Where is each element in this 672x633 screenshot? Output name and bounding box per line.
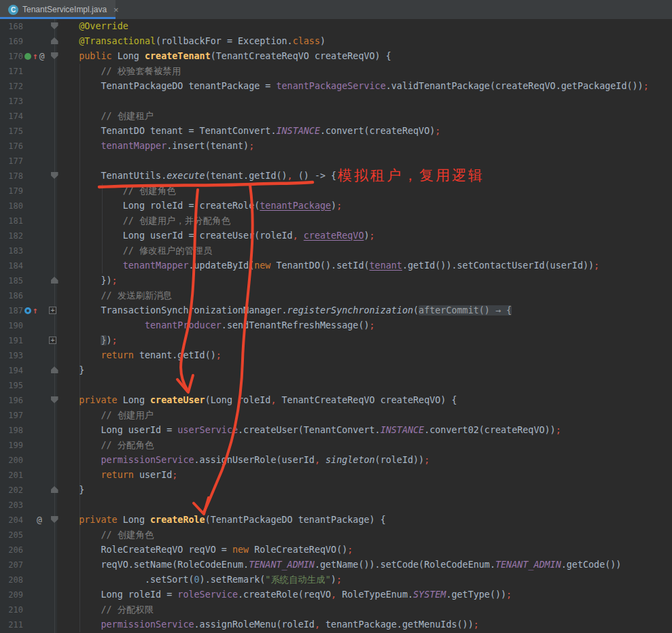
code-line[interactable]: 197// 创建用户	[0, 408, 672, 423]
line-number: 198	[0, 423, 23, 438]
code-text: // 分配角色	[57, 438, 154, 453]
code-line[interactable]: 196private Long createUser(Long roleId, …	[0, 393, 672, 408]
code-line[interactable]: 172TenantPackageDO tenantPackage = tenan…	[0, 79, 672, 94]
code-line[interactable]: 173	[0, 94, 672, 109]
override-marker-icon[interactable]	[24, 53, 31, 60]
code-text: Long userId = createUser(roleId, createR…	[57, 228, 375, 243]
gutter-icons: ↑	[24, 303, 38, 318]
code-line[interactable]: 193return tenant.getId();	[0, 348, 672, 363]
code-text: // 发送刷新消息	[57, 288, 172, 303]
code-line[interactable]: 208.setSort(0).setRemark("系统自动生成");	[0, 572, 672, 587]
line-number: 203	[0, 498, 23, 513]
code-editor[interactable]: 168@Override169@Transactional(rollbackFo…	[0, 19, 672, 633]
code-line[interactable]: 207reqVO.setName(RoleCodeEnum.TENANT_ADM…	[0, 558, 672, 572]
fold-marker-icon[interactable]: +	[49, 337, 56, 344]
code-line[interactable]: 202}	[0, 483, 672, 498]
line-number: 199	[0, 438, 23, 453]
implements-marker-icon[interactable]	[24, 307, 31, 314]
code-line[interactable]: 195	[0, 378, 672, 393]
code-text: .setSort(0).setRemark("系统自动生成");	[57, 572, 342, 587]
code-text: @Transactional(rollbackFor = Exception.c…	[57, 34, 325, 49]
line-number: 183	[0, 243, 23, 258]
line-number: 210	[0, 602, 23, 617]
code-line[interactable]: 190tenantProducer.sendTenantRefreshMessa…	[0, 318, 672, 333]
code-line[interactable]: 171// 校验套餐被禁用	[0, 64, 672, 79]
code-line[interactable]: 169@Transactional(rollbackFor = Exceptio…	[0, 34, 672, 49]
code-line[interactable]: 201return userId;	[0, 468, 672, 483]
code-line[interactable]: 183// 修改租户的管理员	[0, 243, 672, 258]
code-text: private Long createUser(Long roleId, Ten…	[57, 393, 457, 408]
tab-title: TenantServiceImpl.java	[22, 5, 107, 14]
line-number: 169	[0, 34, 23, 49]
code-text: Long userId = userService.createUser(Ten…	[57, 423, 561, 438]
handwritten-note: 模拟租户，复用逻辑	[338, 167, 484, 184]
code-text: tenantProducer.sendTenantRefreshMessage(…	[57, 318, 375, 333]
line-number: 187	[0, 303, 23, 318]
code-text: // 校验套餐被禁用	[57, 64, 181, 79]
line-number: 196	[0, 393, 23, 408]
line-number: 206	[0, 543, 23, 558]
close-tab-icon[interactable]: ×	[113, 5, 119, 15]
line-number: 178	[0, 169, 23, 184]
code-line[interactable]: 204@private Long createRole(TenantPackag…	[0, 513, 672, 528]
code-text: }	[57, 363, 84, 378]
line-number: 208	[0, 572, 23, 587]
annotation-icon[interactable]: @	[39, 49, 45, 64]
code-line[interactable]: 209Long roleId = roleService.createRole(…	[0, 587, 672, 602]
code-line[interactable]: 206RoleCreateReqVO reqVO = new RoleCreat…	[0, 543, 672, 558]
code-text: return userId;	[57, 468, 177, 483]
code-line[interactable]: 186// 发送刷新消息	[0, 288, 672, 303]
code-line[interactable]: 177	[0, 154, 672, 169]
code-text: TenantDO tenant = TenantConvert.INSTANCE…	[57, 124, 440, 139]
fold-marker-icon[interactable]: +	[49, 307, 56, 314]
code-line[interactable]: 191+});	[0, 333, 672, 348]
navigate-up-icon[interactable]: ↑	[33, 49, 38, 64]
code-text: tenantMapper.insert(tenant);	[57, 139, 254, 154]
line-number: 170	[0, 49, 23, 64]
code-line[interactable]: 211permissionService.assignRoleMenu(role…	[0, 617, 672, 632]
annotation-icon[interactable]: @	[37, 513, 42, 528]
code-line[interactable]: 170↑@public Long createTenant(TenantCrea…	[0, 49, 672, 64]
line-number: 186	[0, 288, 23, 303]
code-line[interactable]: 185});	[0, 273, 672, 288]
code-text: // 创建角色	[57, 528, 154, 543]
code-text: });	[57, 333, 118, 348]
code-line[interactable]: 184tenantMapper.updateById(new TenantDO(…	[0, 258, 672, 273]
code-line[interactable]: 168@Override	[0, 19, 672, 34]
code-text: permissionService.assignRoleMenu(roleId,…	[57, 617, 479, 632]
line-number: 209	[0, 587, 23, 602]
line-number: 182	[0, 228, 23, 243]
code-line[interactable]: 198Long userId = userService.createUser(…	[0, 423, 672, 438]
line-number: 177	[0, 154, 23, 169]
code-line[interactable]: 199// 分配角色	[0, 438, 672, 453]
line-number: 211	[0, 617, 23, 632]
line-number: 173	[0, 94, 23, 109]
line-number: 172	[0, 79, 23, 94]
code-text: public Long createTenant(TenantCreateReq…	[57, 49, 391, 64]
code-line[interactable]: 176tenantMapper.insert(tenant);	[0, 139, 672, 154]
line-number: 175	[0, 124, 23, 139]
code-text: });	[57, 273, 118, 288]
navigate-up-icon[interactable]: ↑	[33, 303, 38, 318]
code-line[interactable]: 203	[0, 498, 672, 513]
code-line[interactable]: 181// 创建用户，并分配角色	[0, 213, 672, 228]
tab-tenantserviceimpl[interactable]: C TenantServiceImpl.java ×	[0, 0, 116, 19]
java-class-icon: C	[8, 5, 18, 15]
code-line[interactable]: 174// 创建租户	[0, 109, 672, 124]
code-line[interactable]: 194}	[0, 363, 672, 378]
line-number: 193	[0, 348, 23, 363]
code-line[interactable]: 182Long userId = createUser(roleId, crea…	[0, 228, 672, 243]
code-line[interactable]: 210// 分配权限	[0, 602, 672, 617]
code-text: permissionService.assignUserRole(userId,…	[57, 453, 429, 468]
line-number: 202	[0, 483, 23, 498]
code-line[interactable]: 175TenantDO tenant = TenantConvert.INSTA…	[0, 124, 672, 139]
code-line[interactable]: 178TenantUtils.execute(tenant.getId(), (…	[0, 169, 672, 184]
code-line[interactable]: 200permissionService.assignUserRole(user…	[0, 453, 672, 468]
code-text: // 创建用户	[57, 408, 154, 423]
code-line[interactable]: 179// 创建角色	[0, 184, 672, 199]
code-line[interactable]: 205// 创建角色	[0, 528, 672, 543]
code-line[interactable]: 187↑+TransactionSynchronizationManager.r…	[0, 303, 672, 318]
line-number: 201	[0, 468, 23, 483]
line-number: 168	[0, 19, 23, 34]
code-line[interactable]: 180Long roleId = createRole(tenantPackag…	[0, 199, 672, 213]
